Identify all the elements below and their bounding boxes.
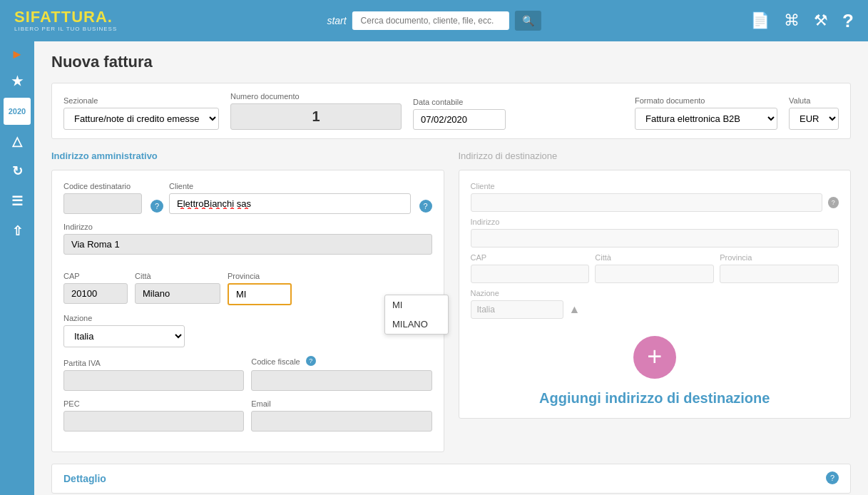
dest-nazione-arrow: ▲	[569, 303, 581, 316]
numero-label: Numero documento	[230, 92, 402, 101]
logo-subtitle: LIBERO PER IL TUO BUSINESS	[14, 26, 117, 32]
header-icons: 📄 ⌘ ⚒ ?	[750, 10, 854, 32]
numero-value: 1	[230, 103, 402, 130]
dest-cap-group: CAP	[471, 253, 590, 283]
nazione-group: Nazione Italia	[63, 314, 185, 347]
dropdown-item-milano[interactable]: MILANO	[385, 315, 448, 334]
nazione-row: Nazione Italia	[63, 314, 432, 347]
formato-group: Formato documento Fattura elettronica B2…	[635, 96, 777, 130]
cf-group: Codice fiscale ?	[251, 356, 432, 391]
sidebar: ► ★ 2020 △ ↻ ☰ ⇧	[0, 41, 34, 495]
pec-label: PEC	[63, 399, 244, 408]
codice-input[interactable]	[63, 193, 142, 214]
cliente-help-icon[interactable]: ?	[419, 200, 432, 213]
numero-group: Numero documento 1	[230, 92, 402, 130]
dest-indirizzo-input	[471, 229, 839, 248]
dest-indirizzo-group: Indirizzo	[471, 218, 839, 248]
dest-nazione-label: Nazione	[471, 289, 839, 297]
dropdown-item-mi[interactable]: MI	[385, 295, 448, 315]
sidebar-item-year[interactable]: 2020	[4, 98, 31, 125]
dest-cliente-input	[471, 193, 822, 212]
piva-label: Partita IVA	[63, 359, 244, 367]
nazione-select[interactable]: Italia	[63, 325, 185, 347]
client-row: Codice destinatario ? Cliente ?	[63, 182, 432, 214]
dettaglio-help-icon[interactable]: ?	[826, 471, 839, 484]
email-label: Email	[251, 399, 432, 408]
dest-cap-input	[471, 265, 590, 283]
provincia-label: Provincia	[228, 272, 292, 280]
email-input[interactable]	[251, 411, 432, 432]
email-group: Email	[251, 399, 432, 432]
indirizzo-input[interactable]	[63, 234, 432, 255]
two-col-section: Indirizzo amministrativo Codice destinat…	[51, 150, 851, 452]
sidebar-arrow: ►	[11, 47, 24, 62]
cap-label: CAP	[63, 272, 128, 280]
search-input[interactable]	[352, 11, 509, 30]
logo: SIFATTURA. LIBERO PER IL TUO BUSINESS	[14, 9, 117, 32]
provincia-dropdown: MI MILANO	[384, 295, 449, 335]
codice-help-icon[interactable]: ?	[150, 200, 163, 213]
dest-indirizzo-label: Indirizzo	[471, 218, 839, 226]
add-destination-text: Aggiungi indirizzo di destinazione	[539, 390, 770, 407]
sezionale-group: Sezionale Fatture/note di credito emesse	[63, 96, 219, 130]
codice-group: Codice destinatario	[63, 182, 142, 214]
destination-section: Cliente ? Indirizzo CAP	[459, 170, 852, 419]
add-destination-button[interactable]: +	[633, 336, 676, 379]
right-column: Indirizzo di destinazione Cliente ? Indi…	[459, 150, 852, 452]
citta-input[interactable]	[135, 283, 220, 304]
formato-select[interactable]: Fattura elettronica B2B	[635, 108, 777, 130]
sidebar-item-upload2[interactable]: ⇧	[4, 218, 31, 245]
piva-row: Partita IVA Codice fiscale ?	[63, 356, 432, 391]
dest-cliente-label: Cliente	[471, 182, 839, 190]
logo-text: SIFATTURA.	[14, 9, 117, 25]
indirizzo-admin-title: Indirizzo amministrativo	[51, 150, 444, 161]
provincia-group: Provincia MI MILANO	[228, 272, 292, 305]
help-icon[interactable]: ?	[842, 10, 854, 32]
piva-group: Partita IVA	[63, 359, 244, 391]
sezionale-select[interactable]: Fatture/note di credito emesse	[63, 108, 219, 130]
data-input[interactable]	[413, 109, 506, 130]
cliente-label: Cliente	[169, 182, 411, 190]
piva-input[interactable]	[63, 370, 244, 391]
indirizzo-group: Indirizzo	[63, 223, 432, 263]
header-search-area: start 🔍	[327, 11, 541, 31]
grid-icon[interactable]: ⌘	[784, 11, 800, 30]
dettaglio-title: Dettaglio	[63, 473, 106, 484]
valuta-group: Valuta EUR	[789, 96, 839, 130]
cliente-group: Cliente	[169, 182, 411, 214]
provincia-input[interactable]	[228, 283, 292, 305]
citta-group: Città	[135, 272, 220, 305]
cf-help-icon[interactable]: ?	[306, 356, 316, 366]
cap-row: CAP Città Provincia MI	[63, 272, 432, 305]
main-content: Nuova fattura Sezionale Fatture/note di …	[34, 41, 868, 495]
dest-cliente-group: Cliente ?	[471, 182, 839, 212]
header: SIFATTURA. LIBERO PER IL TUO BUSINESS st…	[0, 0, 868, 41]
sidebar-item-list[interactable]: ☰	[4, 188, 31, 215]
dest-provincia-input	[720, 265, 839, 283]
dettaglio-section: Dettaglio ?	[51, 464, 851, 494]
valuta-select[interactable]: EUR	[789, 108, 839, 130]
data-group: Data contabile	[413, 98, 506, 130]
pec-group: PEC	[63, 399, 244, 432]
data-label: Data contabile	[413, 98, 506, 106]
sidebar-item-star[interactable]: ★	[4, 68, 31, 95]
pec-row: PEC Email	[63, 399, 432, 432]
cap-input[interactable]	[63, 283, 128, 304]
indirizzo-label: Indirizzo	[63, 223, 432, 231]
cap-group: CAP	[63, 272, 128, 305]
sidebar-item-upload[interactable]: △	[4, 128, 31, 155]
layout: ► ★ 2020 △ ↻ ☰ ⇧ Nuova fattura Sezionale…	[0, 41, 868, 495]
formato-label: Formato documento	[635, 96, 777, 105]
cliente-input[interactable]	[169, 193, 411, 214]
pec-input[interactable]	[63, 411, 244, 432]
top-form: Sezionale Fatture/note di credito emesse…	[51, 83, 851, 139]
cf-input[interactable]	[251, 370, 432, 391]
page-title: Nuova fattura	[51, 53, 851, 71]
tools-icon[interactable]: ⚒	[814, 11, 828, 30]
dest-provincia-group: Provincia	[720, 253, 839, 283]
sidebar-item-sync[interactable]: ↻	[4, 158, 31, 185]
address-block-left: Codice destinatario ? Cliente ? Indirizz…	[51, 170, 444, 452]
search-button[interactable]: 🔍	[515, 11, 541, 31]
document-icon[interactable]: 📄	[750, 11, 770, 30]
dest-citta-group: Città	[595, 253, 714, 283]
